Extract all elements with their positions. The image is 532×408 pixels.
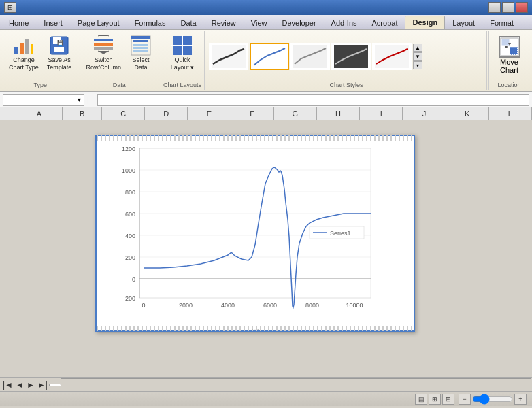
zoom-slider[interactable] — [472, 395, 513, 403]
select-data-button[interactable]: SelectData — [126, 33, 156, 73]
tab-data[interactable]: Data — [173, 16, 203, 29]
formula-bar-separator: | — [87, 96, 89, 104]
change-chart-type-icon — [13, 35, 35, 56]
sheet-tab-1[interactable] — [49, 384, 61, 386]
svg-rect-19 — [173, 46, 182, 55]
col-header-j[interactable]: J — [403, 107, 446, 120]
svg-rect-17 — [173, 36, 182, 45]
change-chart-type-button[interactable]: ChangeChart Type — [5, 33, 42, 73]
tab-nav-next[interactable]: ► — [27, 380, 35, 390]
svg-text:1200: 1200 — [122, 146, 135, 152]
close-button[interactable] — [516, 2, 528, 13]
tab-design[interactable]: Design — [405, 16, 445, 29]
chart-svg: 1200 1000 800 600 400 200 0 -200 0 2000 … — [102, 141, 408, 325]
tab-add-ins[interactable]: Add-Ins — [324, 16, 365, 29]
zoom-in-button[interactable]: + — [514, 394, 527, 405]
tab-nav-last[interactable]: ►| — [37, 380, 48, 390]
tab-nav-prev[interactable]: ◄ — [16, 380, 24, 390]
change-chart-type-label: ChangeChart Type — [9, 56, 39, 71]
svg-rect-9 — [94, 43, 113, 46]
svg-rect-16 — [131, 36, 150, 39]
col-header-a[interactable]: A — [16, 107, 62, 120]
svg-text:Series1: Series1 — [330, 230, 351, 237]
location-group-label: Location — [497, 82, 520, 88]
svg-rect-0 — [14, 47, 18, 54]
svg-rect-10 — [94, 47, 113, 50]
svg-rect-2 — [25, 39, 29, 54]
chart-drag-handle-bottom: ···· — [97, 326, 414, 331]
tab-layout[interactable]: Layout — [445, 16, 482, 29]
ribbon-group-chart-styles: ▲ ▼ ▾ Chart Styles — [206, 31, 487, 90]
chart-styles-scroll-up[interactable]: ▲ — [413, 44, 422, 52]
move-chart-label: MoveChart — [500, 58, 518, 74]
svg-rect-32 — [139, 148, 371, 298]
window-icon: ⊞ — [4, 2, 16, 13]
ribbon-group-type: ChangeChart Type 💾 Save AsTemplate Type — [3, 31, 78, 90]
type-group-label: Type — [33, 82, 47, 88]
tab-home[interactable]: Home — [1, 16, 36, 29]
quick-layout-icon — [171, 35, 193, 56]
svg-text:4000: 4000 — [221, 302, 235, 309]
svg-text:400: 400 — [125, 233, 135, 239]
chart-style-4[interactable] — [331, 43, 371, 70]
col-header-f[interactable]: F — [231, 107, 273, 120]
col-header-k[interactable]: K — [446, 107, 488, 120]
svg-text:6000: 6000 — [263, 302, 277, 309]
chart-styles-scroll: ▲ ▼ ▾ — [413, 44, 422, 69]
svg-text:200: 200 — [125, 254, 135, 261]
page-layout-view-button[interactable]: ⊞ — [429, 394, 441, 405]
chart-styles-scroll-down[interactable]: ▼ — [413, 52, 422, 61]
tab-acrobat[interactable]: Acrobat — [365, 16, 405, 29]
col-header-e[interactable]: E — [188, 107, 231, 120]
svg-rect-30 — [510, 48, 517, 54]
chart-style-3[interactable] — [290, 43, 330, 70]
svg-text:-200: -200 — [123, 295, 135, 302]
svg-text:1000: 1000 — [122, 167, 135, 174]
maximize-button[interactable] — [502, 2, 514, 13]
chart-style-5[interactable] — [372, 43, 412, 70]
tab-developer[interactable]: Developer — [274, 16, 323, 29]
svg-rect-15 — [133, 50, 148, 52]
zoom-out-button[interactable]: − — [459, 394, 471, 405]
col-header-i[interactable]: I — [360, 107, 403, 120]
formula-bar: ▾ | — [0, 92, 532, 107]
svg-text:8000: 8000 — [305, 302, 319, 309]
chart-area[interactable]: ···· — [95, 135, 415, 332]
tab-bar: |◄ ◄ ► ►| — [0, 377, 532, 391]
page-break-view-button[interactable]: ⊟ — [442, 394, 454, 405]
chart-styles-group-label: Chart Styles — [329, 82, 363, 88]
col-header-l[interactable]: L — [488, 107, 531, 120]
save-as-template-icon: 💾 — [48, 35, 70, 56]
tab-format[interactable]: Format — [482, 16, 521, 29]
svg-rect-29 — [502, 39, 509, 45]
quick-layout-button[interactable]: QuickLayout ▾ — [167, 33, 198, 73]
normal-view-button[interactable]: ▤ — [415, 394, 427, 405]
switch-row-column-button[interactable]: SwitchRow/Column — [82, 33, 124, 73]
col-header-c[interactable]: C — [102, 107, 145, 120]
ribbon-group-data: SwitchRow/Column SelectData Data — [80, 31, 159, 90]
view-buttons: ▤ ⊞ ⊟ — [415, 394, 454, 405]
name-box[interactable]: ▾ — [3, 94, 84, 106]
col-header-d[interactable]: D — [145, 107, 188, 120]
formula-input[interactable] — [97, 94, 529, 106]
tab-nav-first[interactable]: |◄ — [3, 380, 13, 390]
tab-review[interactable]: Review — [204, 16, 244, 29]
svg-rect-25 — [293, 45, 327, 68]
col-header-b[interactable]: B — [63, 107, 102, 120]
save-as-template-label: Save AsTemplate — [47, 56, 72, 71]
chart-style-2[interactable] — [250, 43, 289, 70]
save-as-template-button[interactable]: 💾 Save AsTemplate — [44, 33, 76, 73]
chart-style-1[interactable] — [209, 43, 248, 70]
col-header-h[interactable]: H — [316, 107, 359, 120]
tab-view[interactable]: View — [244, 16, 275, 29]
tab-formulas[interactable]: Formulas — [127, 16, 173, 29]
svg-text:0: 0 — [132, 276, 135, 283]
svg-text:2000: 2000 — [179, 302, 193, 309]
tab-page-layout[interactable]: Page Layout — [70, 16, 127, 29]
svg-rect-12 — [133, 40, 148, 42]
move-chart-button[interactable]: MoveChart — [493, 33, 526, 78]
chart-styles-more[interactable]: ▾ — [413, 61, 422, 69]
minimize-button[interactable] — [488, 2, 501, 13]
col-header-g[interactable]: G — [273, 107, 316, 120]
tab-insert[interactable]: Insert — [36, 16, 70, 29]
